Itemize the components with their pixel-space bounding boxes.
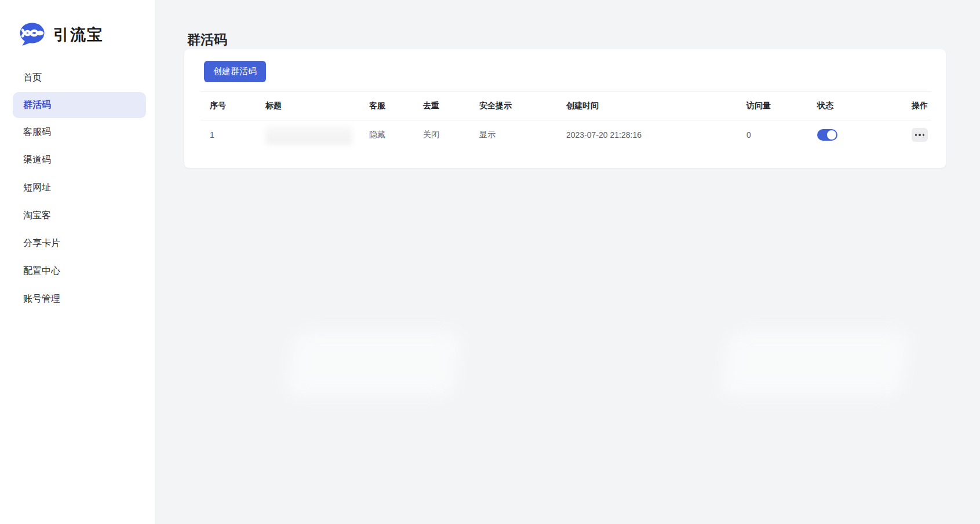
page-title: 群活码	[187, 31, 227, 49]
table-header-row: 序号 标题 客服 去重 安全提示 创建时间 访问量 状态 操作	[201, 92, 931, 120]
sidebar-item-label: 淘宝客	[23, 210, 51, 222]
sidebar-item-label: 配置中心	[23, 265, 60, 277]
column-header-index: 序号	[201, 92, 256, 120]
main-content: 群活码 创建群活码 序号 标题 客服 去重 安全提示 创建时间	[155, 0, 980, 524]
column-header-title: 标题	[256, 92, 360, 120]
sidebar-item-short-url[interactable]: 短网址	[13, 174, 146, 201]
redacted-title-blur	[265, 126, 352, 145]
group-code-table: 序号 标题 客服 去重 安全提示 创建时间 访问量 状态 操作 1	[201, 91, 931, 150]
sidebar-item-label: 群活码	[23, 99, 51, 111]
cell-title	[256, 120, 360, 150]
ellipsis-icon	[915, 134, 917, 136]
sidebar-menu: 首页 群活码 客服码 渠道码 短网址 淘宝客 分享卡片 配置中心 账号管理	[0, 64, 155, 313]
cell-safety: 显示	[470, 120, 557, 150]
cell-visits: 0	[737, 120, 808, 150]
cell-index: 1	[201, 120, 256, 150]
sidebar-item-account[interactable]: 账号管理	[13, 285, 146, 313]
watermark-smudge	[285, 332, 462, 397]
sidebar-item-label: 短网址	[23, 182, 51, 194]
sidebar-item-taobao[interactable]: 淘宝客	[13, 202, 146, 229]
brand-logo-icon	[19, 22, 46, 47]
column-header-visits: 访问量	[737, 92, 808, 120]
create-group-code-button[interactable]: 创建群活码	[204, 61, 266, 82]
cell-status	[808, 120, 879, 150]
table-row: 1 隐藏 关闭 显示 2023-07-20 21:28:16 0	[201, 120, 931, 150]
sidebar-item-group-live-code[interactable]: 群活码	[13, 92, 146, 118]
sidebar: 引流宝 首页 群活码 客服码 渠道码 短网址 淘宝客 分享卡片 配置中心 账号管…	[0, 0, 155, 524]
column-header-created: 创建时间	[557, 92, 737, 120]
sidebar-item-label: 首页	[23, 72, 42, 84]
cell-created-at: 2023-07-20 21:28:16	[557, 120, 737, 150]
cell-service: 隐藏	[360, 120, 414, 150]
ellipsis-icon	[919, 134, 920, 136]
sidebar-item-label: 分享卡片	[23, 237, 60, 250]
brand-name: 引流宝	[53, 24, 104, 45]
status-toggle[interactable]	[817, 129, 837, 141]
ellipsis-icon	[923, 134, 924, 136]
sidebar-item-config-center[interactable]: 配置中心	[13, 258, 146, 285]
content-card: 创建群活码 序号 标题 客服 去重 安全提示 创建时间 访问量	[184, 49, 946, 168]
column-header-service: 客服	[360, 92, 414, 120]
sidebar-item-share-card[interactable]: 分享卡片	[13, 230, 146, 257]
brand: 引流宝	[0, 0, 155, 47]
sidebar-item-label: 客服码	[23, 126, 51, 138]
sidebar-item-home[interactable]: 首页	[13, 64, 146, 91]
column-header-safety: 安全提示	[470, 92, 557, 120]
sidebar-item-label: 账号管理	[23, 293, 60, 305]
toggle-knob	[827, 130, 836, 140]
column-header-dedupe: 去重	[414, 92, 470, 120]
column-header-status: 状态	[808, 92, 879, 120]
cell-dedupe: 关闭	[414, 120, 470, 150]
cell-actions	[879, 120, 931, 150]
column-header-actions: 操作	[879, 92, 931, 120]
sidebar-item-label: 渠道码	[23, 154, 51, 166]
row-actions-button[interactable]	[912, 128, 928, 142]
watermark-smudge	[720, 332, 910, 397]
sidebar-item-service-code[interactable]: 客服码	[13, 119, 146, 146]
sidebar-item-channel-code[interactable]: 渠道码	[13, 146, 146, 174]
